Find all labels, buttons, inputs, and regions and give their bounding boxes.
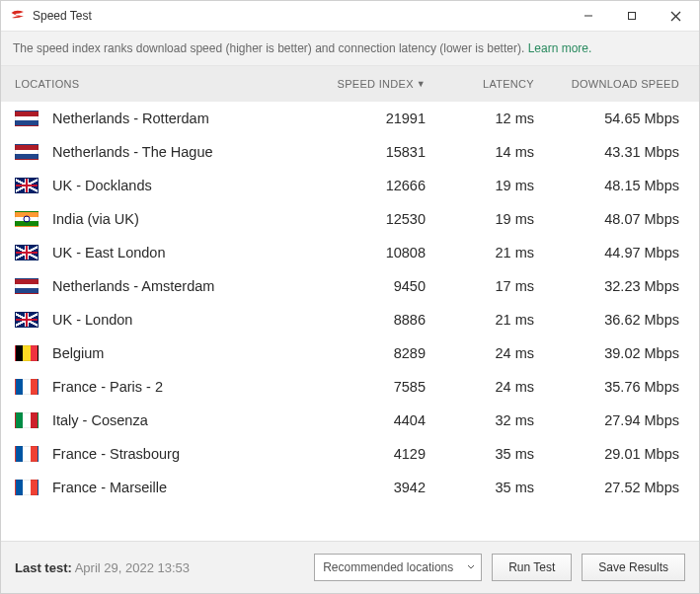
table-row[interactable]: Netherlands - Rotterdam2199112 ms54.65 M…: [1, 102, 699, 135]
speed-index-value: 4404: [317, 412, 426, 428]
flag-icon: [15, 312, 39, 328]
latency-value: 35 ms: [426, 480, 534, 495]
download-value: 48.07 Mbps: [534, 211, 687, 227]
speed-index-value: 7585: [317, 379, 426, 395]
table-row[interactable]: Italy - Cosenza440432 ms27.94 Mbps: [1, 404, 699, 437]
speed-index-value: 10808: [317, 245, 426, 260]
last-test-label: Last test:: [15, 560, 72, 575]
latency-value: 14 ms: [426, 144, 534, 160]
flag-icon: [15, 245, 39, 260]
table-row[interactable]: France - Paris - 2758524 ms35.76 Mbps: [1, 370, 699, 404]
learn-more-link[interactable]: Learn more.: [528, 41, 592, 55]
location-name: Belgium: [52, 345, 317, 361]
download-value: 27.94 Mbps: [534, 412, 687, 428]
location-name: France - Paris - 2: [52, 379, 317, 395]
table-row[interactable]: France - Marseille394235 ms27.52 Mbps: [1, 471, 699, 504]
latency-value: 24 ms: [426, 345, 534, 361]
window: Speed Test The speed index ranks downloa…: [0, 0, 700, 594]
speed-index-value: 12666: [317, 178, 426, 193]
run-test-button[interactable]: Run Test: [492, 554, 572, 581]
flag-icon: [15, 412, 39, 428]
location-name: France - Strasbourg: [52, 446, 317, 462]
speed-index-value: 15831: [317, 144, 426, 160]
latency-value: 21 ms: [426, 245, 534, 260]
speed-index-value: 9450: [317, 278, 426, 294]
speed-index-value: 8289: [317, 345, 426, 361]
download-value: 35.76 Mbps: [534, 379, 687, 395]
latency-value: 35 ms: [426, 446, 534, 462]
header-speed-index-label: SPEED INDEX: [338, 78, 414, 90]
flag-icon: [15, 111, 39, 126]
download-value: 29.01 Mbps: [534, 446, 687, 462]
location-name: France - Marseille: [52, 480, 317, 495]
last-test: Last test: April 29, 2022 13:53: [15, 560, 190, 575]
location-name: UK - London: [52, 312, 317, 328]
latency-value: 21 ms: [426, 312, 534, 328]
speed-index-value: 12530: [317, 211, 426, 227]
download-value: 48.15 Mbps: [534, 178, 687, 193]
flag-icon: [15, 379, 39, 395]
flag-icon: [15, 211, 39, 227]
table-row[interactable]: Belgium828924 ms39.02 Mbps: [1, 336, 699, 370]
table-header: LOCATIONS SPEED INDEX ▼ LATENCY DOWNLOAD…: [1, 66, 699, 102]
header-speed-index[interactable]: SPEED INDEX ▼: [317, 78, 426, 90]
latency-value: 24 ms: [426, 379, 534, 395]
window-controls: [567, 2, 697, 30]
download-value: 43.31 Mbps: [534, 144, 687, 160]
latency-value: 32 ms: [426, 412, 534, 428]
location-name: Netherlands - Amsterdam: [52, 278, 317, 294]
info-text: The speed index ranks download speed (hi…: [13, 41, 528, 55]
svg-rect-2: [629, 13, 636, 20]
location-name: Netherlands - Rotterdam: [52, 111, 317, 126]
save-results-button[interactable]: Save Results: [582, 554, 685, 581]
header-download[interactable]: DOWNLOAD SPEED: [534, 78, 687, 90]
close-button[interactable]: [654, 2, 697, 30]
results-list[interactable]: Netherlands - Rotterdam2199112 ms54.65 M…: [1, 102, 699, 541]
speed-index-value: 21991: [317, 111, 426, 126]
window-title: Speed Test: [33, 9, 567, 23]
flag-icon: [15, 144, 39, 160]
minimize-button[interactable]: [567, 2, 610, 30]
table-row[interactable]: Netherlands - Amsterdam945017 ms32.23 Mb…: [1, 269, 699, 303]
location-name: India (via UK): [52, 211, 317, 227]
latency-value: 19 ms: [426, 178, 534, 193]
header-locations[interactable]: LOCATIONS: [15, 78, 317, 90]
speed-index-value: 8886: [317, 312, 426, 328]
sort-desc-icon: ▼: [417, 79, 426, 89]
table-row[interactable]: Netherlands - The Hague1583114 ms43.31 M…: [1, 135, 699, 169]
header-latency[interactable]: LATENCY: [426, 78, 534, 90]
flag-icon: [15, 480, 39, 495]
locations-select[interactable]: Recommended locations: [314, 554, 482, 581]
download-value: 39.02 Mbps: [534, 345, 687, 361]
app-icon: [9, 7, 27, 25]
location-name: Italy - Cosenza: [52, 412, 317, 428]
flag-icon: [15, 278, 39, 294]
latency-value: 19 ms: [426, 211, 534, 227]
flag-icon: [15, 446, 39, 462]
table-row[interactable]: India (via UK)1253019 ms48.07 Mbps: [1, 202, 699, 236]
chevron-down-icon: [467, 560, 475, 574]
footer: Last test: April 29, 2022 13:53 Recommen…: [1, 541, 699, 593]
latency-value: 17 ms: [426, 278, 534, 294]
info-bar: The speed index ranks download speed (hi…: [1, 31, 699, 66]
flag-icon: [15, 345, 39, 361]
speed-index-value: 4129: [317, 446, 426, 462]
speed-index-value: 3942: [317, 480, 426, 495]
location-name: UK - East London: [52, 245, 317, 260]
table-row[interactable]: UK - East London1080821 ms44.97 Mbps: [1, 236, 699, 269]
table-row[interactable]: UK - Docklands1266619 ms48.15 Mbps: [1, 169, 699, 202]
download-value: 32.23 Mbps: [534, 278, 687, 294]
table-row[interactable]: France - Strasbourg412935 ms29.01 Mbps: [1, 437, 699, 471]
last-test-value: April 29, 2022 13:53: [75, 560, 190, 575]
table-row[interactable]: UK - London888621 ms36.62 Mbps: [1, 303, 699, 336]
download-value: 27.52 Mbps: [534, 480, 687, 495]
download-value: 44.97 Mbps: [534, 245, 687, 260]
flag-icon: [15, 178, 39, 193]
download-value: 54.65 Mbps: [534, 111, 687, 126]
download-value: 36.62 Mbps: [534, 312, 687, 328]
maximize-button[interactable]: [610, 2, 654, 30]
latency-value: 12 ms: [426, 111, 534, 126]
location-name: Netherlands - The Hague: [52, 144, 317, 160]
titlebar: Speed Test: [1, 1, 699, 31]
select-value: Recommended locations: [323, 560, 453, 574]
